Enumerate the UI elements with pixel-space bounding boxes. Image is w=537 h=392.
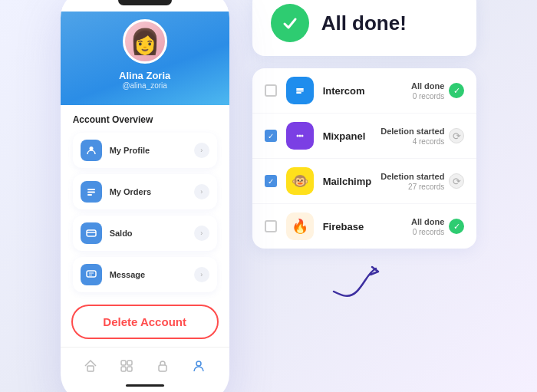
menu-item-message[interactable]: Message › bbox=[73, 257, 217, 292]
footer-home-bar bbox=[126, 384, 164, 387]
footer-grid-icon[interactable] bbox=[114, 354, 139, 378]
mixpanel-status-icon: ⟳ bbox=[449, 128, 464, 143]
svg-rect-8 bbox=[127, 361, 132, 365]
footer-person-icon[interactable] bbox=[186, 354, 211, 378]
svg-rect-2 bbox=[87, 192, 95, 193]
mixpanel-status-wrap: Deletion started 4 records ⟳ bbox=[381, 127, 464, 146]
user-handle: @alina_zoria bbox=[122, 81, 167, 90]
integration-row-mixpanel: ✓ Mixpanel Deletion started 4 records ⟳ bbox=[252, 114, 477, 159]
svg-rect-1 bbox=[87, 189, 95, 190]
section-title: Account Overview bbox=[73, 114, 217, 125]
svg-rect-10 bbox=[127, 367, 132, 371]
phone-header: 👩 Alina Zoria @alina_zoria bbox=[61, 12, 229, 105]
all-done-card: All done! bbox=[252, 0, 477, 56]
intercom-name: Intercom bbox=[323, 85, 402, 97]
mailchimp-checkbox[interactable]: ✓ bbox=[265, 175, 277, 187]
phone-body: Account Overview My Profile › My Orders … bbox=[61, 105, 229, 292]
mailchimp-status-count: 27 records bbox=[408, 183, 444, 191]
orders-label: My Orders bbox=[110, 187, 194, 196]
profile-icon bbox=[81, 140, 102, 161]
firebase-status: All done 0 records bbox=[411, 217, 444, 236]
footer-home-icon[interactable] bbox=[78, 354, 103, 378]
check-circle bbox=[271, 4, 309, 42]
svg-rect-6 bbox=[87, 366, 94, 371]
intercom-checkbox[interactable] bbox=[265, 84, 277, 97]
phone-footer bbox=[61, 347, 229, 381]
firebase-status-count: 0 records bbox=[413, 228, 445, 236]
mailchimp-status-label: Deletion started bbox=[381, 172, 444, 181]
profile-arrow: › bbox=[194, 143, 209, 158]
firebase-status-icon: ✓ bbox=[449, 219, 464, 234]
arrow-doodle bbox=[252, 261, 477, 299]
message-label: Message bbox=[110, 270, 194, 279]
firebase-checkbox[interactable] bbox=[265, 220, 277, 232]
mixpanel-status: Deletion started 4 records bbox=[381, 127, 444, 146]
mailchimp-status: Deletion started 27 records bbox=[381, 172, 444, 191]
intercom-status-count: 0 records bbox=[413, 92, 445, 100]
svg-point-12 bbox=[196, 361, 201, 366]
svg-rect-3 bbox=[87, 194, 92, 196]
intercom-logo bbox=[286, 77, 314, 104]
svg-rect-5 bbox=[87, 271, 96, 277]
mixpanel-name: Mixpanel bbox=[323, 130, 372, 142]
avatar-emoji: 👩 bbox=[130, 27, 160, 56]
message-icon bbox=[81, 264, 102, 285]
svg-rect-7 bbox=[121, 361, 126, 365]
footer-lock-icon[interactable] bbox=[150, 354, 175, 378]
saldo-icon bbox=[81, 222, 102, 244]
phone-notch bbox=[61, 0, 229, 12]
right-panel: All done! Intercom All done 0 records ✓ bbox=[252, 0, 477, 299]
saldo-label: Saldo bbox=[110, 229, 194, 238]
firebase-name: Firebase bbox=[323, 221, 402, 232]
menu-item-orders[interactable]: My Orders › bbox=[73, 174, 217, 209]
profile-label: My Profile bbox=[110, 146, 194, 155]
intercom-status: All done 0 records bbox=[411, 81, 444, 100]
mailchimp-status-wrap: Deletion started 27 records ⟳ bbox=[381, 172, 464, 191]
mixpanel-status-count: 4 records bbox=[413, 137, 445, 146]
menu-item-saldo[interactable]: Saldo › bbox=[73, 216, 217, 251]
intercom-status-icon: ✓ bbox=[449, 83, 464, 98]
mixpanel-checkbox[interactable]: ✓ bbox=[265, 130, 277, 142]
mixpanel-logo bbox=[286, 122, 314, 150]
svg-point-17 bbox=[301, 135, 303, 137]
mailchimp-status-icon: ⟳ bbox=[449, 173, 464, 189]
menu-item-profile[interactable]: My Profile › bbox=[73, 133, 217, 168]
firebase-status-label: All done bbox=[411, 217, 444, 226]
svg-rect-11 bbox=[159, 365, 166, 371]
user-name: Alina Zoria bbox=[119, 70, 170, 81]
integration-row-intercom: Intercom All done 0 records ✓ bbox=[252, 68, 477, 114]
mailchimp-name: Mailchimp bbox=[323, 176, 372, 187]
integration-list: Intercom All done 0 records ✓ ✓ Mixpanel bbox=[252, 68, 477, 249]
integration-row-firebase: 🔥 Firebase All done 0 records ✓ bbox=[252, 204, 477, 249]
svg-rect-9 bbox=[121, 367, 126, 371]
saldo-arrow: › bbox=[194, 226, 209, 241]
message-arrow: › bbox=[194, 267, 209, 282]
svg-point-15 bbox=[296, 135, 298, 137]
svg-point-16 bbox=[298, 135, 301, 137]
intercom-status-wrap: All done 0 records ✓ bbox=[411, 81, 464, 100]
svg-rect-4 bbox=[87, 230, 96, 236]
orders-icon bbox=[81, 181, 102, 203]
integration-row-mailchimp: ✓ 🐵 Mailchimp Deletion started 27 record… bbox=[252, 159, 477, 204]
mixpanel-status-label: Deletion started bbox=[381, 127, 444, 136]
firebase-status-wrap: All done 0 records ✓ bbox=[411, 217, 464, 236]
delete-account-button[interactable]: Delete Account bbox=[71, 305, 219, 339]
avatar: 👩 bbox=[123, 19, 167, 64]
notch-bar bbox=[118, 0, 172, 5]
mailchimp-logo: 🐵 bbox=[286, 167, 314, 195]
firebase-logo: 🔥 bbox=[286, 212, 314, 240]
phone-mockup: 👩 Alina Zoria @alina_zoria Account Overv… bbox=[61, 0, 229, 392]
orders-arrow: › bbox=[194, 184, 209, 199]
intercom-status-label: All done bbox=[411, 81, 444, 91]
all-done-title: All done! bbox=[321, 12, 407, 35]
